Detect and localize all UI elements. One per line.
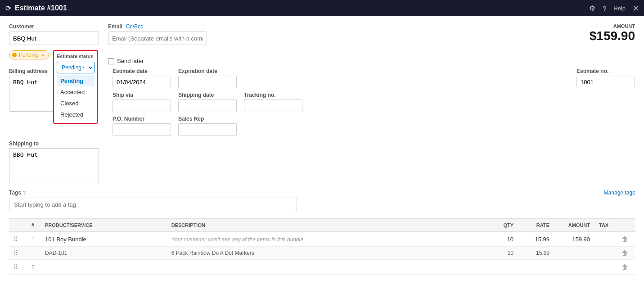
estimate-status-dropdown: Estimate status Pending ▾ Pending Accept… (53, 50, 98, 124)
email-input[interactable] (108, 32, 207, 45)
bundle-description: Your customer won't see any of the items… (171, 236, 303, 243)
estimate-date-input[interactable] (113, 76, 171, 88)
sub-tax-cell[interactable] (594, 247, 617, 260)
table-row: ⠿ 1 101 Boy Bundle Your customer won't s… (9, 232, 635, 247)
description-cell: Your customer won't see any of the items… (167, 232, 482, 247)
po-number-input[interactable] (113, 123, 171, 136)
expiration-date-field: Expiration date (178, 68, 237, 88)
items-table: # PRODUCT/SERVICE DESCRIPTION QTY RATE A… (9, 218, 635, 275)
status-options-list: Pending Accepted Closed Rejected (57, 75, 95, 120)
expiration-date-input[interactable] (178, 76, 237, 88)
row2-delete-cell[interactable]: 🗑 (617, 260, 635, 275)
sub-amount-cell (554, 247, 594, 260)
amount-label: AMOUNT (590, 23, 635, 29)
delete-cell[interactable]: 🗑 (617, 232, 635, 247)
logo-icon: ⟳ (5, 4, 11, 13)
tags-section: Tags ? Manage tags (9, 190, 635, 211)
qty-cell[interactable]: 10 (482, 232, 518, 247)
shipping-date-input[interactable] (178, 100, 237, 112)
shipping-date-label: Shipping date (178, 92, 237, 98)
drag-handle-cell[interactable]: ⠿ (9, 232, 27, 247)
ship-via-input[interactable] (113, 100, 171, 112)
col-num: # (27, 219, 41, 232)
sub-product-cell[interactable]: DAD-101 (41, 247, 167, 260)
row2-drag-cell[interactable]: ⠿ (9, 260, 27, 275)
status-badge[interactable]: Pending ▾ (9, 50, 49, 59)
option-closed-item[interactable]: Closed (57, 98, 95, 109)
cc-bcc-button[interactable]: Cc/Bcc (126, 23, 143, 30)
tags-help-icon[interactable]: ? (23, 190, 26, 195)
col-amount: AMOUNT (554, 219, 594, 232)
sub-num-cell (27, 247, 41, 260)
delete-icon[interactable]: 🗑 (621, 263, 628, 271)
customer-label: Customer (9, 23, 99, 30)
po-number-field: P.O. Number (113, 116, 171, 136)
delete-icon[interactable]: 🗑 (621, 249, 628, 257)
shipping-to-label: Shipping to (9, 140, 99, 147)
tags-input[interactable] (9, 198, 297, 211)
row-num: 1 (32, 236, 35, 243)
status-dot (12, 53, 17, 57)
tracking-no-field: Tracking no. (244, 92, 302, 112)
customer-input[interactable] (9, 32, 99, 45)
ship-via-field: Ship via (113, 92, 171, 112)
line-items-table: # PRODUCT/SERVICE DESCRIPTION QTY RATE A… (9, 218, 635, 275)
settings-icon[interactable]: ⚙ (589, 4, 595, 13)
product-cell[interactable]: 101 Boy Bundle (41, 232, 167, 247)
customer-field-group: Customer (9, 23, 99, 45)
tracking-no-input[interactable] (244, 100, 302, 112)
row2-num-cell: 2 (27, 260, 41, 275)
row2-rate-cell[interactable] (518, 260, 554, 275)
amount-display: AMOUNT $159.90 (590, 23, 635, 43)
email-label: Email (108, 23, 122, 30)
col-rate: RATE (518, 219, 554, 232)
row-num-cell: 1 (27, 232, 41, 247)
drag-handle-icon[interactable]: ⠿ (14, 249, 18, 257)
po-number-label: P.O. Number (113, 116, 171, 122)
header-right: ⚙ ? Help ✕ (589, 4, 639, 13)
help-label[interactable]: Help (613, 5, 626, 12)
row2-qty-cell[interactable] (482, 260, 518, 275)
row2-tax-cell[interactable] (594, 260, 617, 275)
header: ⟳ Estimate #1001 ⚙ ? Help ✕ (0, 0, 644, 16)
drag-handle-icon[interactable]: ⠿ (14, 235, 18, 243)
row2-amount-cell (554, 260, 594, 275)
row2-product-cell[interactable] (41, 260, 167, 275)
option-pending-item[interactable]: Pending (57, 75, 95, 86)
status-chevron: ▾ (42, 53, 44, 58)
expiration-date-label: Expiration date (178, 68, 237, 74)
main-content: Customer Email Cc/Bcc AMOUNT $159.90 Pen… (0, 16, 644, 285)
estimate-date-label: Estimate date (113, 68, 171, 74)
drag-handle-icon[interactable]: ⠿ (14, 263, 18, 271)
sub-drag-cell[interactable]: ⠿ (9, 247, 27, 260)
row2-description-cell[interactable] (167, 260, 482, 275)
col-product: PRODUCT/SERVICE (41, 219, 167, 232)
col-tax: TAX (594, 219, 617, 232)
shipping-to-textarea[interactable]: BBQ Hut (9, 148, 99, 184)
email-field-group: Email Cc/Bcc (108, 23, 581, 45)
option-rejected-item[interactable]: Rejected (57, 109, 95, 120)
rate-cell[interactable]: 15.99 (518, 232, 554, 247)
tax-cell[interactable] (594, 232, 617, 247)
header-left: ⟳ Estimate #1001 (5, 4, 67, 13)
tags-label: Tags (9, 190, 21, 196)
sub-delete-cell[interactable]: 🗑 (617, 247, 635, 260)
col-delete (617, 219, 635, 232)
shipping-to-box: Shipping to BBQ Hut (9, 140, 99, 184)
page-title: Estimate #1001 (15, 4, 67, 12)
sales-rep-label: Sales Rep (178, 116, 237, 122)
manage-tags-link[interactable]: Manage tags (604, 190, 635, 196)
help-icon[interactable]: ? (603, 5, 606, 12)
send-later-section: Send later (108, 58, 144, 64)
amount-cell: 159.90 (554, 232, 594, 247)
estimate-no-input[interactable] (576, 76, 635, 88)
delete-icon[interactable]: 🗑 (621, 235, 628, 243)
option-accepted-item[interactable]: Accepted (57, 86, 95, 98)
sub-qty-cell[interactable]: 10 (482, 247, 518, 260)
status-select[interactable]: Pending ▾ (57, 62, 95, 73)
dropdown-label: Estimate status (57, 54, 95, 59)
send-later-checkbox[interactable] (108, 58, 114, 64)
close-icon[interactable]: ✕ (633, 4, 639, 13)
sales-rep-input[interactable] (178, 123, 237, 136)
sub-rate-cell[interactable]: 15.99 (518, 247, 554, 260)
